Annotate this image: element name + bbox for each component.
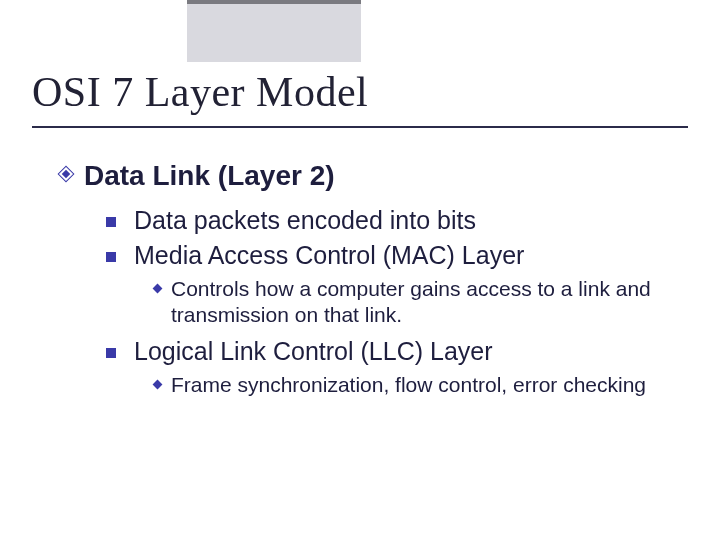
square-bullet-icon xyxy=(106,348,116,358)
slide-title: OSI 7 Layer Model xyxy=(32,68,368,116)
decorative-bar-light xyxy=(187,4,361,62)
bullet-level3-text: Controls how a computer gains access to … xyxy=(171,276,680,329)
square-bullet-icon xyxy=(106,217,116,227)
bullet-level2: Logical Link Control (LLC) Layer xyxy=(106,337,680,366)
bullet-level2-text: Data packets encoded into bits xyxy=(134,206,476,235)
diamond-small-bullet-icon xyxy=(153,379,163,389)
diamond-bullet-icon xyxy=(60,168,74,182)
bullet-level2: Data packets encoded into bits xyxy=(106,206,680,235)
title-underline xyxy=(32,126,688,128)
bullet-level2: Media Access Control (MAC) Layer xyxy=(106,241,680,270)
diamond-small-bullet-icon xyxy=(153,284,163,294)
bullet-level1: Data Link (Layer 2) xyxy=(60,160,680,192)
square-bullet-icon xyxy=(106,252,116,262)
bullet-level1-text: Data Link (Layer 2) xyxy=(84,160,335,192)
slide: OSI 7 Layer Model Data Link (Layer 2) Da… xyxy=(0,0,720,540)
bullet-level3-text: Frame synchronization, flow control, err… xyxy=(171,372,646,398)
bullet-level3: Frame synchronization, flow control, err… xyxy=(154,372,680,398)
bullet-level2-text: Logical Link Control (LLC) Layer xyxy=(134,337,493,366)
bullet-level3: Controls how a computer gains access to … xyxy=(154,276,680,329)
slide-content: Data Link (Layer 2) Data packets encoded… xyxy=(60,160,680,406)
bullet-level2-text: Media Access Control (MAC) Layer xyxy=(134,241,524,270)
